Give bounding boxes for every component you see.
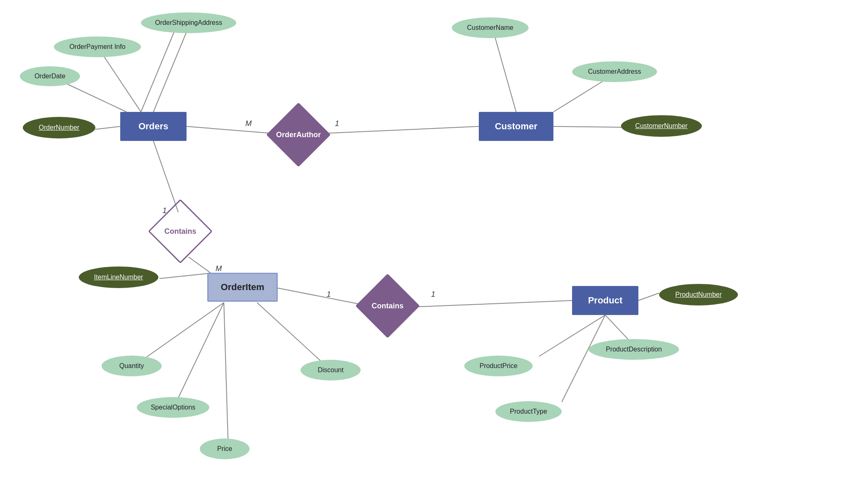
ellipse-orderdate: OrderDate	[20, 66, 80, 86]
diamond-contains2: Contains	[363, 281, 412, 331]
entity-product: Product	[572, 286, 638, 315]
svg-line-5	[95, 126, 120, 129]
cardinality-m1: M	[245, 119, 252, 128]
entity-orders: Orders	[120, 112, 187, 141]
ellipse-productprice: ProductPrice	[464, 356, 533, 376]
svg-line-21	[160, 274, 207, 279]
cardinality-m2: M	[216, 264, 222, 273]
svg-line-10	[189, 257, 211, 274]
ellipse-productnumber: ProductNumber	[659, 284, 738, 305]
ellipse-orderpaymentinfo: OrderPayment Info	[54, 36, 141, 57]
ellipse-quantity: Quantity	[102, 356, 162, 376]
svg-line-9	[153, 141, 178, 212]
ellipse-productdescription: ProductDescription	[589, 339, 679, 360]
cardinality-1d: 1	[431, 290, 435, 299]
ellipse-itemlinenumber: ItemLineNumber	[79, 267, 158, 288]
svg-line-16	[562, 315, 605, 402]
cardinality-1a: 1	[335, 119, 339, 128]
ellipse-customername: CustomerName	[452, 17, 529, 38]
svg-line-6	[493, 31, 516, 112]
entity-customer: Customer	[479, 112, 553, 141]
svg-line-8	[553, 126, 622, 127]
entity-orderitem: OrderItem	[207, 273, 278, 302]
ellipse-price: Price	[200, 439, 250, 459]
svg-line-1	[321, 126, 479, 133]
connection-lines	[0, 0, 844, 504]
er-diagram: Orders Customer Product OrderItem OrderA…	[0, 0, 844, 504]
svg-line-2	[153, 27, 189, 112]
ellipse-customernumber: CustomerNumber	[621, 115, 702, 137]
cardinality-1c: 1	[327, 290, 331, 299]
ellipse-specialoptions: SpecialOptions	[137, 397, 209, 418]
cardinality-1b: 1	[162, 206, 167, 215]
ellipse-discount: Discount	[301, 360, 361, 380]
svg-line-12	[419, 300, 572, 307]
svg-line-19	[224, 303, 228, 439]
svg-line-3	[99, 50, 141, 112]
diamond-orderauthor: OrderAuthor	[272, 108, 325, 162]
ellipse-customeraddress: CustomerAddress	[572, 61, 657, 82]
ellipse-ordershippingaddress: OrderShippingAddress	[141, 12, 236, 33]
svg-line-18	[178, 303, 224, 398]
svg-line-23	[141, 27, 176, 112]
ellipse-producttype: ProductType	[495, 401, 562, 422]
svg-line-0	[187, 126, 274, 133]
svg-line-13	[638, 293, 659, 300]
ellipse-ordernumber: OrderNumber	[23, 117, 95, 138]
